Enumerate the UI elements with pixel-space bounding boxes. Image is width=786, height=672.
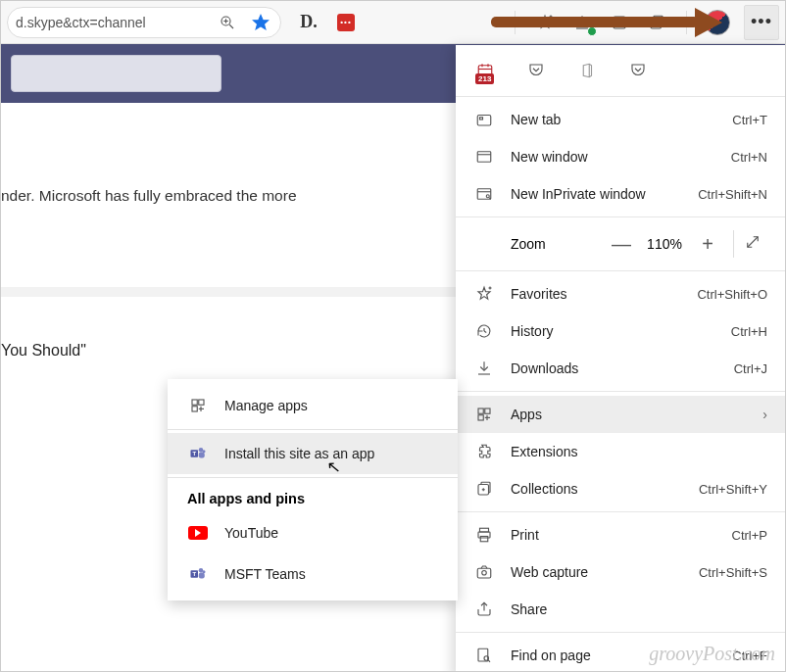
svg-rect-47 bbox=[480, 537, 488, 542]
menu-favorites[interactable]: Favorites Ctrl+Shift+O bbox=[456, 275, 785, 312]
menu-history[interactable]: History Ctrl+H bbox=[456, 312, 785, 350]
extensions-box-icon[interactable] bbox=[608, 11, 631, 34]
menu-share[interactable]: Share bbox=[456, 591, 785, 628]
extensions-icon bbox=[473, 443, 495, 460]
collections-icon[interactable] bbox=[645, 11, 668, 34]
office-pinned-icon[interactable] bbox=[575, 59, 599, 82]
menu-collections[interactable]: Collections Ctrl+Shift+Y bbox=[456, 470, 785, 507]
svg-rect-63 bbox=[199, 453, 205, 458]
svg-rect-23 bbox=[477, 152, 491, 163]
menu-zoom-row: Zoom — 110% + bbox=[456, 221, 785, 266]
teams-search-box[interactable] bbox=[11, 55, 221, 92]
collections-menu-icon bbox=[473, 480, 495, 498]
menu-pinned-icons-row: 213 bbox=[456, 53, 785, 92]
menu-print[interactable]: Print Ctrl+P bbox=[456, 516, 785, 553]
pocket2-pinned-icon[interactable] bbox=[626, 59, 650, 82]
svg-point-49 bbox=[482, 571, 487, 576]
svg-text:T: T bbox=[192, 451, 196, 456]
share-icon bbox=[473, 600, 495, 618]
watermark: groovyPost.com bbox=[649, 643, 775, 665]
menu-downloads[interactable]: Downloads Ctrl+J bbox=[456, 350, 785, 387]
svg-rect-21 bbox=[477, 116, 491, 126]
settings-menu: 213 New tab Ctrl+T New window Ctrl+N New… bbox=[456, 45, 785, 672]
history-icon bbox=[473, 322, 495, 340]
extension-d-icon[interactable]: D. bbox=[297, 11, 320, 34]
svg-marker-30 bbox=[478, 287, 490, 299]
menu-new-inprivate[interactable]: New InPrivate window Ctrl+Shift+N bbox=[456, 175, 785, 213]
manage-apps-icon bbox=[187, 397, 209, 414]
menu-new-window[interactable]: New window Ctrl+N bbox=[456, 138, 785, 175]
new-window-icon bbox=[473, 148, 495, 166]
chevron-right-icon: › bbox=[762, 407, 767, 422]
menu-extensions[interactable]: Extensions bbox=[456, 433, 785, 470]
svg-rect-48 bbox=[477, 568, 491, 578]
svg-line-34 bbox=[484, 331, 486, 333]
youtube-icon bbox=[187, 526, 209, 540]
extension-lastpass-icon[interactable]: ••• bbox=[334, 11, 358, 34]
svg-rect-55 bbox=[199, 400, 204, 405]
new-tab-icon bbox=[473, 111, 495, 128]
submenu-header: All apps and pins bbox=[168, 481, 458, 512]
favorite-star-icon[interactable] bbox=[249, 11, 272, 34]
toolbar-right: ••• bbox=[511, 5, 779, 40]
favorites-shortcut-icon[interactable] bbox=[533, 11, 557, 34]
svg-text:T: T bbox=[192, 571, 196, 577]
fullscreen-button[interactable] bbox=[744, 233, 767, 255]
print-icon bbox=[473, 526, 495, 544]
svg-rect-68 bbox=[199, 573, 205, 579]
inprivate-icon bbox=[473, 185, 495, 203]
downloads-icon[interactable] bbox=[570, 11, 594, 34]
svg-rect-37 bbox=[478, 408, 483, 413]
url-text: d.skype&ctx=channel bbox=[16, 15, 210, 30]
svg-line-53 bbox=[488, 660, 490, 662]
svg-rect-51 bbox=[478, 648, 488, 661]
svg-point-27 bbox=[486, 195, 489, 198]
svg-rect-39 bbox=[478, 415, 483, 420]
web-capture-icon bbox=[473, 563, 495, 581]
svg-line-29 bbox=[748, 237, 759, 248]
favorites-icon bbox=[473, 285, 495, 303]
apps-submenu: Manage apps T Install this site as an ap… bbox=[168, 379, 458, 600]
submenu-app-msft-teams[interactable]: T MSFT Teams bbox=[168, 553, 458, 595]
svg-rect-56 bbox=[192, 407, 197, 411]
submenu-app-youtube[interactable]: YouTube bbox=[168, 512, 458, 553]
svg-rect-38 bbox=[485, 408, 490, 413]
zoom-in-button[interactable]: + bbox=[692, 233, 723, 256]
svg-marker-5 bbox=[539, 16, 551, 27]
menu-apps[interactable]: Apps › bbox=[456, 396, 785, 433]
toolbar-extensions: D. ••• bbox=[297, 11, 358, 34]
find-icon bbox=[473, 647, 495, 664]
address-bar[interactable]: d.skype&ctx=channel bbox=[7, 7, 281, 38]
svg-rect-22 bbox=[480, 118, 483, 120]
menu-new-tab[interactable]: New tab Ctrl+T bbox=[456, 101, 785, 138]
submenu-install-site-as-app[interactable]: T Install this site as an app bbox=[168, 433, 458, 474]
browser-top-bar: d.skype&ctx=channel D. ••• bbox=[1, 1, 785, 44]
downloads-menu-icon bbox=[473, 360, 495, 377]
svg-rect-54 bbox=[192, 400, 197, 405]
zoom-magnifier-icon[interactable] bbox=[216, 11, 239, 34]
profile-avatar[interactable] bbox=[705, 10, 730, 35]
teams-app-icon: T bbox=[187, 445, 209, 462]
pocket-pinned-icon[interactable] bbox=[524, 59, 548, 82]
zoom-label: Zoom bbox=[473, 236, 564, 252]
calendar-pinned-icon[interactable]: 213 bbox=[473, 59, 497, 82]
teams-icon: T bbox=[187, 565, 209, 583]
apps-icon bbox=[473, 406, 495, 423]
submenu-manage-apps[interactable]: Manage apps bbox=[168, 385, 458, 426]
settings-menu-button[interactable]: ••• bbox=[744, 5, 779, 40]
zoom-out-button[interactable]: — bbox=[606, 233, 637, 256]
svg-line-1 bbox=[229, 24, 233, 28]
zoom-value: 110% bbox=[637, 236, 692, 252]
menu-web-capture[interactable]: Web capture Ctrl+Shift+S bbox=[456, 553, 785, 591]
svg-marker-4 bbox=[254, 15, 269, 28]
calendar-badge: 213 bbox=[475, 73, 494, 84]
